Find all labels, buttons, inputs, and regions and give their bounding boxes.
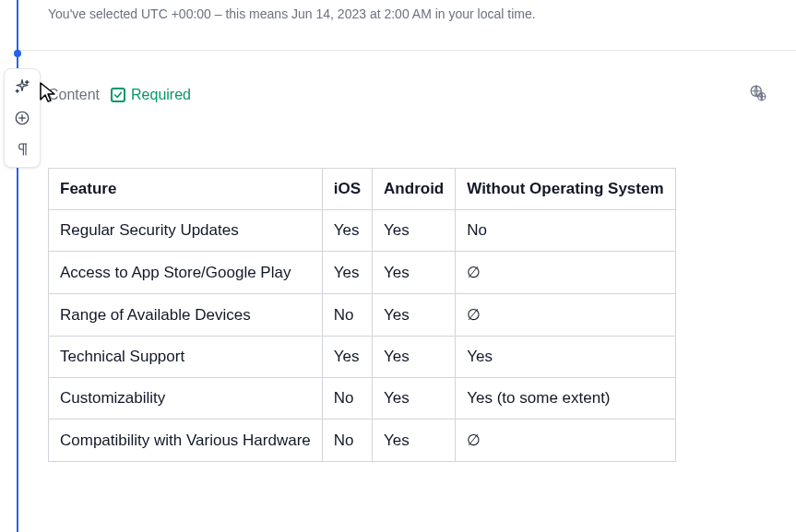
table-cell[interactable]: Yes xyxy=(373,252,456,294)
table-row: Range of Available Devices No Yes ∅ xyxy=(49,294,676,337)
table-cell[interactable]: Compatibility with Various Hardware xyxy=(49,420,323,462)
timezone-info-text: You've selected UTC +00:00 – this means … xyxy=(48,6,536,21)
timezone-info-box: You've selected UTC +00:00 – this means … xyxy=(18,0,796,51)
table-header[interactable]: Feature xyxy=(49,169,323,210)
table-cell[interactable]: Access to App Store/Google Play xyxy=(49,252,323,294)
table-cell[interactable]: Yes xyxy=(373,294,456,337)
table-cell[interactable]: No xyxy=(322,378,372,420)
table-header[interactable]: Android xyxy=(373,169,456,210)
table-header[interactable]: Without Operating System xyxy=(456,169,675,210)
table-cell[interactable]: Yes xyxy=(373,210,456,252)
table-row: Regular Security Updates Yes Yes No xyxy=(49,210,676,252)
active-block-dot xyxy=(14,50,21,57)
table-cell[interactable]: ∅ xyxy=(456,294,675,337)
table-cell[interactable]: No xyxy=(456,210,675,252)
table-cell[interactable]: Yes xyxy=(322,210,372,252)
table-row: Access to App Store/Google Play Yes Yes … xyxy=(49,252,676,294)
paragraph-icon[interactable] xyxy=(11,138,33,160)
table-container: Feature iOS Android Without Operating Sy… xyxy=(18,168,796,462)
table-cell[interactable]: Yes xyxy=(373,378,456,420)
table-cell[interactable]: No xyxy=(322,294,372,337)
comparison-table[interactable]: Feature iOS Android Without Operating Sy… xyxy=(48,168,676,462)
table-cell[interactable]: Yes xyxy=(373,420,456,462)
floating-toolbar xyxy=(4,68,41,168)
table-header[interactable]: iOS xyxy=(322,169,372,210)
table-cell[interactable]: ∅ xyxy=(456,252,675,294)
table-cell[interactable]: Yes xyxy=(373,337,456,378)
required-badge[interactable]: Required xyxy=(111,87,191,103)
editor-content: You've selected UTC +00:00 – this means … xyxy=(18,0,796,532)
table-cell[interactable]: No xyxy=(322,420,372,462)
table-cell[interactable]: Customizability xyxy=(49,378,323,420)
add-block-icon[interactable] xyxy=(11,107,33,129)
table-header-row: Feature iOS Android Without Operating Sy… xyxy=(49,169,676,210)
table-row: Customizability No Yes Yes (to some exte… xyxy=(49,378,676,420)
table-cell[interactable]: Range of Available Devices xyxy=(49,294,323,337)
ai-sparkles-icon[interactable] xyxy=(11,76,33,98)
localization-icon[interactable] xyxy=(750,85,766,105)
table-row: Technical Support Yes Yes Yes xyxy=(49,337,676,378)
table-cell[interactable]: ∅ xyxy=(456,420,675,462)
content-type-label: Content xyxy=(48,87,100,103)
table-cell[interactable]: Yes (to some extent) xyxy=(456,378,675,420)
block-header: Content Required xyxy=(18,85,796,105)
required-label: Required xyxy=(131,87,191,103)
table-cell[interactable]: Technical Support xyxy=(49,337,323,378)
block-header-left: Content Required xyxy=(48,87,191,103)
table-cell[interactable]: Yes xyxy=(322,252,372,294)
checkbox-checked-icon xyxy=(111,88,125,102)
table-cell[interactable]: Yes xyxy=(456,337,675,378)
table-row: Compatibility with Various Hardware No Y… xyxy=(49,420,676,462)
table-cell[interactable]: Regular Security Updates xyxy=(49,210,323,252)
table-cell[interactable]: Yes xyxy=(322,337,372,378)
